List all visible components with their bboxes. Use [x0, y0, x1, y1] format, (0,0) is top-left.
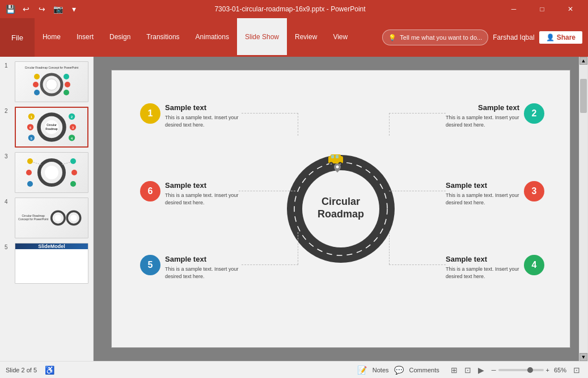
status-bar: Slide 2 of 5 ♿ 📝 Notes 💬 Comments ⊞ ⊡ ▶ … — [0, 361, 588, 378]
notes-icon[interactable]: 📝 — [357, 364, 368, 376]
text-item-5: Sample text This is a sample text. Inser… — [165, 255, 239, 280]
svg-rect-45 — [331, 155, 334, 158]
slide-preview-1[interactable]: Circular Roadmap Concept for PowerPoint — [15, 61, 88, 102]
minimize-btn[interactable]: ─ — [501, 0, 527, 18]
line-2v — [389, 113, 390, 136]
tab-slideshow[interactable]: Slide Show — [237, 18, 287, 57]
item-4-group: Sample text This is a sample text. Inser… — [446, 255, 544, 280]
close-btn[interactable]: ✕ — [557, 0, 583, 18]
outline-view-icon[interactable]: ⊡ — [462, 364, 473, 376]
item-4-desc: This is a sample text. Insert your desir… — [446, 266, 519, 280]
record-btn[interactable]: 📷 — [52, 3, 64, 15]
slide-thumb-1[interactable]: 1 Circular Roadmap Concept for PowerPoin… — [5, 61, 88, 102]
zoom-in-icon[interactable]: + — [546, 367, 549, 373]
item-5-desc: This is a sample text. Insert your desir… — [165, 266, 239, 280]
slide-preview-2[interactable]: Circular Roadmap 1 2 3 4 5 6 — [15, 107, 88, 148]
slide-preview-5[interactable]: SlideModel — [15, 243, 88, 284]
slide-thumb-3[interactable]: 3 — [5, 152, 88, 193]
svg-point-30 — [27, 181, 33, 187]
undo-btn[interactable]: ↩ — [20, 3, 32, 15]
item-1-title: Sample text — [165, 103, 239, 112]
scroll-thumb[interactable] — [580, 79, 587, 113]
tell-me-text: Tell me what you want to do... — [400, 34, 482, 41]
svg-point-31 — [26, 170, 32, 175]
text-item-3: Sample text This is a sample text. Inser… — [446, 181, 519, 206]
window-controls: ─ □ ✕ — [501, 0, 583, 18]
title-bar-left: 💾 ↩ ↪ 📷 ▾ — [5, 3, 79, 15]
num-circle-2: 2 — [524, 103, 544, 124]
item-2-group: Sample text This is a sample text. Inser… — [446, 103, 544, 128]
normal-view-icon[interactable]: ⊞ — [449, 364, 460, 376]
slide-thumb-4[interactable]: 4 Circular Roadmap Concept for PowerPoin… — [5, 198, 88, 238]
vertical-scrollbar[interactable]: ▲ ▼ — [579, 57, 588, 361]
zoom-slider-thumb[interactable] — [527, 367, 533, 373]
svg-point-26 — [27, 158, 33, 164]
slide-preview-3[interactable] — [15, 152, 88, 193]
notes-label[interactable]: Notes — [373, 367, 389, 373]
svg-text:Circular: Circular — [46, 124, 57, 127]
ribbon-right: 💡 Tell me what you want to do... Farshad… — [382, 18, 588, 57]
text-item-4: Sample text This is a sample text. Inser… — [446, 255, 519, 280]
fit-window-icon[interactable]: ⊡ — [571, 364, 582, 376]
comments-label[interactable]: Comments — [409, 367, 439, 373]
line-3 — [389, 191, 446, 191]
view-icons: ⊞ ⊡ ▶ — [449, 364, 487, 376]
svg-point-6 — [34, 90, 40, 95]
slide-num-5: 5 — [5, 243, 12, 250]
zoom-level[interactable]: 65% — [554, 367, 566, 373]
comments-icon[interactable]: 💬 — [394, 364, 405, 376]
redo-btn[interactable]: ↪ — [36, 3, 48, 15]
svg-point-29 — [70, 181, 76, 187]
line-2 — [389, 113, 446, 114]
svg-text:3: 3 — [72, 126, 74, 129]
svg-text:Roadmap: Roadmap — [45, 128, 57, 131]
item-5-title: Sample text — [165, 255, 239, 263]
line-5v — [298, 232, 298, 264]
svg-point-3 — [64, 74, 69, 79]
svg-point-1 — [46, 79, 57, 90]
lightbulb-icon: 💡 — [388, 34, 396, 41]
text-item-1: Sample text This is a sample text. Inser… — [165, 103, 239, 128]
tab-transitions[interactable]: Transitions — [138, 18, 187, 57]
tab-design[interactable]: Design — [101, 18, 138, 57]
tab-file[interactable]: File — [0, 18, 35, 57]
svg-text:5: 5 — [31, 137, 32, 140]
tab-view[interactable]: View — [325, 18, 356, 57]
accessibility-icon[interactable]: ♿ — [44, 364, 55, 376]
tab-review[interactable]: Review — [287, 18, 325, 57]
text-item-6: Sample text This is a sample text. Inser… — [165, 181, 239, 206]
item-6-title: Sample text — [165, 181, 239, 190]
window-title: 7303-01-circular-roadmap-16x9.pptx - Pow… — [79, 5, 501, 13]
customize-btn[interactable]: ▾ — [68, 3, 79, 15]
svg-text:1: 1 — [31, 115, 32, 119]
slide-num-3: 3 — [5, 152, 12, 159]
scroll-up-btn[interactable]: ▲ — [579, 57, 587, 65]
scroll-down-btn[interactable]: ▼ — [579, 353, 587, 361]
svg-point-48 — [331, 163, 332, 165]
slide-thumb-2[interactable]: 2 Circular Roadmap 1 2 3 — [5, 107, 88, 148]
slide-thumb-5[interactable]: 5 SlideModel — [5, 243, 88, 284]
item-6-group: 6 Sample text This is a sample text. Ins… — [140, 181, 239, 206]
slide-num-1: 1 — [5, 61, 12, 69]
zoom-out-icon[interactable]: ─ — [492, 367, 496, 373]
slideshow-view-icon[interactable]: ▶ — [476, 364, 487, 376]
item-4-title: Sample text — [446, 255, 519, 263]
slide-preview-4[interactable]: Circular Roadmap Concept for PowerPoint — [15, 198, 88, 238]
svg-point-5 — [64, 90, 69, 95]
zoom-slider[interactable] — [498, 369, 544, 371]
tell-me-input[interactable]: 💡 Tell me what you want to do... — [382, 30, 488, 45]
share-button[interactable]: 👤 Share — [539, 31, 582, 44]
svg-point-25 — [45, 166, 58, 179]
ribbon: File Home Insert Design Transitions Anim… — [0, 18, 588, 57]
canvas-area[interactable]: ▲ ▼ Circular Roadmap — [94, 57, 588, 361]
svg-line-33 — [62, 162, 70, 165]
line-4 — [389, 264, 446, 265]
item-3-group: Sample text This is a sample text. Inser… — [446, 181, 544, 206]
item-2-title: Sample text — [446, 103, 519, 112]
svg-point-4 — [65, 82, 70, 87]
restore-btn[interactable]: □ — [529, 0, 555, 18]
tab-home[interactable]: Home — [35, 18, 69, 57]
tab-insert[interactable]: Insert — [69, 18, 101, 57]
user-name[interactable]: Farshad Iqbal — [493, 33, 534, 41]
tab-animations[interactable]: Animations — [188, 18, 237, 57]
